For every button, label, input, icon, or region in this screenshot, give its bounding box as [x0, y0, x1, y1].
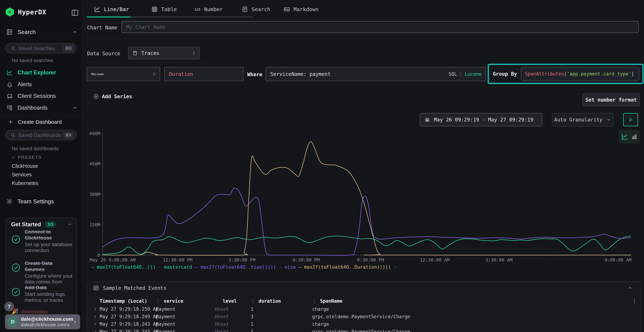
legend-series-name[interactable]: maxIf(toFloat64O..)))	[97, 264, 156, 270]
create-dashboard-button[interactable]: Create Dashboard	[0, 118, 82, 126]
chevron-up-icon[interactable]	[628, 285, 633, 291]
add-series-button[interactable]: Add Series	[93, 94, 132, 100]
drag-handle-icon[interactable]: ⋮	[156, 298, 160, 304]
tab-markdown[interactable]: Markdown	[284, 4, 318, 14]
collapse-sidebar-icon[interactable]	[71, 8, 79, 17]
table-row[interactable]: May 27 9:29:18.243 AMpaymentUnset1charge	[87, 320, 640, 328]
column-header-spanname[interactable]: ⋮SpanName	[312, 298, 628, 304]
aggregation-select[interactable]: Maximum	[87, 67, 160, 81]
run-query-button[interactable]	[623, 113, 638, 126]
column-header-service[interactable]: ⋮service	[156, 298, 215, 304]
help-button[interactable]: ?	[4, 302, 14, 311]
chevron-down-icon	[606, 117, 611, 122]
chevron-up-icon[interactable]	[67, 222, 72, 227]
saved-searches-search[interactable]: ⌘K	[5, 43, 77, 54]
field-input[interactable]: Duration	[164, 67, 244, 81]
field-value: Duration	[169, 71, 193, 77]
sidebar-item-team-settings[interactable]: Team Settings	[0, 197, 82, 206]
column-header-label: Timestamp (Local)	[100, 298, 147, 304]
table-row[interactable]: May 27 9:29:18.243 AMpaymentUnset1grpc.o…	[87, 328, 640, 332]
svg-text:9:00:00 AM: 9:00:00 AM	[604, 258, 632, 262]
column-header-timestamp-local-[interactable]: Timestamp (Local)	[100, 298, 156, 304]
granularity-select[interactable]: Auto Granularity	[552, 113, 613, 126]
sidebar-section-search[interactable]: Search	[0, 27, 82, 37]
chart-name-field[interactable]	[122, 21, 639, 33]
cell-level: Unset	[215, 306, 250, 312]
tab-line-bar[interactable]: Line/Bar	[94, 4, 129, 14]
expand-row-icon[interactable]	[93, 307, 98, 312]
svg-text:123: 123	[195, 8, 200, 11]
presets-toggle[interactable]: PRESETS	[11, 155, 42, 160]
group-by-open: [	[564, 71, 567, 76]
get-started-item-desc: Configure where your data comes from	[25, 273, 73, 285]
svg-text:150M: 150M	[90, 222, 100, 227]
table-row[interactable]: May 27 9:29:18.249 AMpaymentUnset3grpc.o…	[87, 313, 640, 320]
set-number-format-button[interactable]: Set number format	[582, 94, 640, 106]
expand-row-icon[interactable]	[93, 314, 98, 319]
expand-row-icon[interactable]	[93, 322, 98, 326]
group-by-input[interactable]: SpanAttributes['app.payment.card_type']	[521, 67, 639, 81]
date-range-picker[interactable]: May 26 09:29:19 - May 27 09:29:19	[420, 113, 542, 126]
cell-duration: 1	[250, 322, 312, 327]
get-started-item-desc: Start sending logs, metrics, or traces	[25, 291, 73, 303]
column-header-label: SpanName	[320, 298, 342, 304]
cell-duration: 3	[250, 314, 312, 319]
preset-services[interactable]: Services	[12, 172, 32, 178]
tab-number[interactable]: 123Number	[194, 4, 223, 14]
tab-table[interactable]: Table	[151, 4, 177, 14]
drag-handle-icon[interactable]: ⋮	[215, 298, 219, 304]
legend-group-label[interactable]: mastercard	[164, 264, 195, 270]
timeseries-chart[interactable]: 0150M300M450M600MMay 26 9:00:00 AM12:30:…	[90, 130, 637, 263]
svg-text:12:30:00 AM: 12:30:00 AM	[420, 258, 450, 262]
laptop-icon	[6, 93, 13, 99]
svg-text:May 26 9:00:00 AM: May 26 9:00:00 AM	[90, 258, 136, 262]
table-menu-icon[interactable]: ⋮	[628, 298, 640, 304]
svg-text:0: 0	[98, 252, 100, 258]
sql-mode-button[interactable]: SQL	[448, 71, 457, 77]
events-header-row: Timestamp (Local)⋮service⋮level⋮duration…	[87, 297, 640, 305]
saved-dashboards-input[interactable]	[18, 132, 63, 138]
sidebar-item-client-sessions[interactable]: Client Sessions	[0, 92, 82, 101]
bar-chart-icon[interactable]	[631, 134, 638, 140]
saved-dashboards-search[interactable]: ⌘K	[5, 130, 77, 140]
cell-timestamp-local-: May 27 9:29:18.243 AM	[100, 329, 156, 332]
svg-text:300M: 300M	[90, 192, 100, 197]
table-row[interactable]: May 27 9:29:18.250 AMpaymentUnset1charge	[87, 305, 640, 313]
line-chart-icon[interactable]	[621, 133, 628, 140]
sidebar-item-alerts[interactable]: Alerts	[0, 80, 82, 89]
legend-series-name[interactable]: maxIf(toFloat64O..tion)))))	[200, 264, 276, 270]
column-header-duration[interactable]: ⋮duration	[250, 298, 312, 304]
sidebar-item-chart-explorer[interactable]: Chart Explorer	[0, 68, 82, 77]
drag-handle-icon[interactable]: ⋮	[312, 298, 316, 304]
column-header-level[interactable]: ⋮level	[215, 298, 250, 304]
saved-searches-input[interactable]	[18, 46, 63, 51]
user-subtitle: dale@clickhouse.com's	[21, 322, 73, 328]
tab-search[interactable]: Search	[242, 4, 270, 14]
data-source-select[interactable]: Traces	[128, 47, 200, 60]
chevron-up-icon[interactable]	[72, 105, 78, 110]
granularity-value: Auto Granularity	[554, 117, 602, 123]
chart-name-input[interactable]	[122, 24, 638, 30]
chart-legend: — maxIf(toFloat64O..))) · mastercard — m…	[91, 264, 637, 270]
search-icon	[10, 46, 16, 51]
drag-handle-icon[interactable]: ⋮	[250, 298, 254, 304]
team-settings-label: Team Settings	[18, 198, 54, 205]
legend-group-label[interactable]: visa	[284, 264, 298, 270]
sample-matched-events-card: Sample Matched Events Timestamp (Local)⋮…	[87, 282, 640, 332]
obscured-text	[21, 310, 48, 314]
cell-duration: 1	[250, 306, 312, 312]
where-input[interactable]: ServiceName: payment SQL | Lucene	[266, 67, 486, 81]
legend-series-name[interactable]: maxIf(toFloat64O..Duration)))))	[304, 264, 391, 270]
expand-row-icon[interactable]	[93, 329, 98, 332]
chevron-up-icon[interactable]	[72, 29, 78, 35]
bell-icon	[6, 81, 13, 88]
doc-icon	[242, 6, 248, 13]
preset-clickhouse[interactable]: ClickHouse	[12, 163, 38, 169]
data-source-value: Traces	[141, 50, 192, 56]
svg-text:450M: 450M	[90, 161, 100, 166]
preset-kubernetes[interactable]: Kubernetes	[12, 180, 38, 186]
user-menu[interactable]: D dale@clickhouse.com dale@clickhouse.co…	[5, 314, 80, 329]
sidebar-item-dashboards[interactable]: Dashboards	[0, 103, 82, 112]
legend-separator: ·	[276, 264, 284, 270]
lucene-mode-button[interactable]: Lucene	[465, 71, 482, 77]
